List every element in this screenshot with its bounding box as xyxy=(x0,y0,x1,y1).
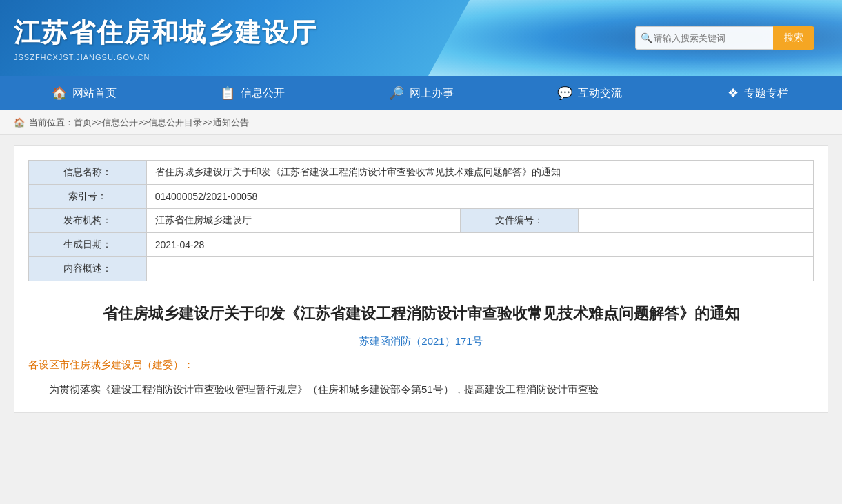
value-publisher: 江苏省住房城乡建设厅 xyxy=(146,209,460,233)
search-button[interactable]: 搜索 xyxy=(773,26,814,50)
search-input[interactable] xyxy=(635,26,773,50)
breadcrumb-sep-1: >> xyxy=(92,117,102,128)
search-icon: 🔍 xyxy=(641,32,652,43)
header: 江苏省住房和城乡建设厅 JSSZFHCXJST.JIANGSU.GOV.CN 🔍… xyxy=(0,0,842,76)
value-docno xyxy=(578,209,813,233)
label-date: 生成日期： xyxy=(29,233,147,257)
value-date: 2021-04-28 xyxy=(146,233,813,257)
search-area: 🔍 搜索 xyxy=(635,26,814,50)
label-summary: 内容概述： xyxy=(29,257,147,281)
nav-service-label: 网上办事 xyxy=(410,86,454,101)
value-summary xyxy=(146,257,813,281)
table-row-name: 信息名称： 省住房城乡建设厅关于印发《江苏省建设工程消防设计审查验收常见技术难点… xyxy=(29,161,814,185)
value-index: 014000052/2021-00058 xyxy=(146,185,813,209)
article-title: 省住房城乡建设厅关于印发《江苏省建设工程消防设计审查验收常见技术难点问题解答》的… xyxy=(28,302,814,325)
nav-info-label: 信息公开 xyxy=(241,86,285,101)
label-docno: 文件编号： xyxy=(460,209,578,233)
breadcrumb-prefix: 当前位置： xyxy=(29,117,74,129)
breadcrumb-link-catalog[interactable]: 信息公开目录 xyxy=(148,117,202,129)
logo-area: 江苏省住房和城乡建设厅 JSSZFHCXJST.JIANGSU.GOV.CN xyxy=(14,15,635,61)
breadcrumb: 🏠 当前位置： 首页 >> 信息公开 >> 信息公开目录 >> 通知公告 xyxy=(0,110,842,135)
special-icon: ❖ xyxy=(728,85,739,101)
breadcrumb-home-icon: 🏠 xyxy=(14,117,25,128)
info-icon: 📋 xyxy=(220,85,235,101)
main-nav: 🏠 网站首页 📋 信息公开 🔎 网上办事 💬 互动交流 ❖ 专题专栏 xyxy=(0,76,842,110)
breadcrumb-sep-2: >> xyxy=(138,117,148,128)
breadcrumb-sep-3: >> xyxy=(202,117,212,128)
nav-interact[interactable]: 💬 互动交流 xyxy=(505,76,674,110)
interact-icon: 💬 xyxy=(557,85,572,101)
table-row-summary: 内容概述： xyxy=(29,257,814,281)
nav-service[interactable]: 🔎 网上办事 xyxy=(337,76,505,110)
article-doc-no: 苏建函消防（2021）171号 xyxy=(28,335,814,348)
nav-home[interactable]: 🏠 网站首页 xyxy=(0,76,168,110)
article-recipient: 各设区市住房城乡建设局（建委）： xyxy=(28,359,814,372)
service-icon: 🔎 xyxy=(389,85,404,101)
article-body: 为贯彻落实《建设工程消防设计审查验收管理暂行规定》（住房和城乡建设部令第51号）… xyxy=(28,380,814,399)
nav-special[interactable]: ❖ 专题专栏 xyxy=(674,76,842,110)
breadcrumb-link-info[interactable]: 信息公开 xyxy=(102,117,138,129)
info-table: 信息名称： 省住房城乡建设厅关于印发《江苏省建设工程消防设计审查验收常见技术难点… xyxy=(28,160,814,281)
table-row-index: 索引号： 014000052/2021-00058 xyxy=(29,185,814,209)
site-title: 江苏省住房和城乡建设厅 xyxy=(14,15,635,50)
nav-interact-label: 互动交流 xyxy=(578,86,622,101)
home-icon: 🏠 xyxy=(52,85,67,101)
nav-items: 🏠 网站首页 📋 信息公开 🔎 网上办事 💬 互动交流 ❖ 专题专栏 xyxy=(0,76,842,110)
nav-home-label: 网站首页 xyxy=(72,86,117,101)
nav-special-label: 专题专栏 xyxy=(744,86,788,101)
label-index: 索引号： xyxy=(29,185,147,209)
value-name: 省住房城乡建设厅关于印发《江苏省建设工程消防设计审查验收常见技术难点问题解答》的… xyxy=(146,161,813,185)
label-name: 信息名称： xyxy=(29,161,147,185)
main-content: 信息名称： 省住房城乡建设厅关于印发《江苏省建设工程消防设计审查验收常见技术难点… xyxy=(14,145,828,413)
label-publisher: 发布机构： xyxy=(29,209,147,233)
table-row-date: 生成日期： 2021-04-28 xyxy=(29,233,814,257)
breadcrumb-link-home[interactable]: 首页 xyxy=(74,117,92,129)
table-row-publisher: 发布机构： 江苏省住房城乡建设厅 文件编号： xyxy=(29,209,814,233)
breadcrumb-link-notice[interactable]: 通知公告 xyxy=(213,117,249,129)
site-domain: JSSZFHCXJST.JIANGSU.GOV.CN xyxy=(14,53,635,61)
nav-info[interactable]: 📋 信息公开 xyxy=(168,76,337,110)
